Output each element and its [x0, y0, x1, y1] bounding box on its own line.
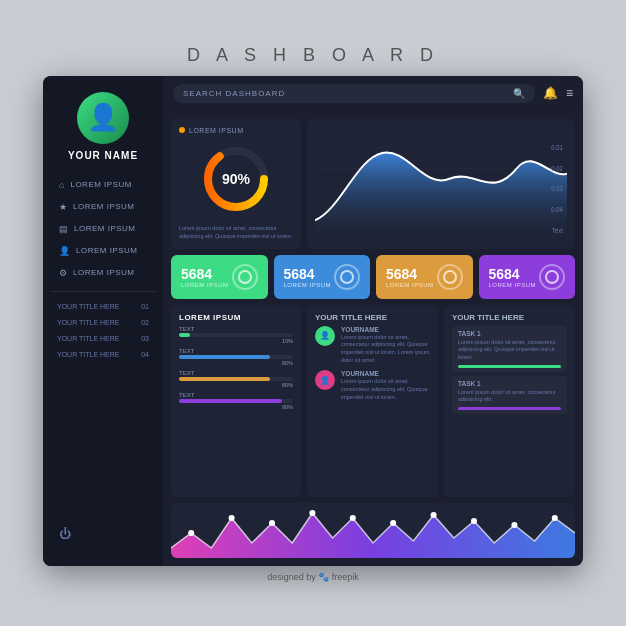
entry-icon-symbol-1: 👤 [320, 331, 330, 340]
area-chart-row [171, 503, 575, 558]
entry-icon-symbol-2: 👤 [320, 376, 330, 385]
entry-1: 👤 YOURNAME Lorem ipsum dolor sit amet, c… [315, 326, 430, 365]
sub-label-3: YOUR TITLE HERE [57, 335, 120, 342]
svg-text:0.01: 0.01 [551, 143, 563, 151]
avatar-section: 👤 YOUR NAME [43, 92, 163, 161]
svg-text:0.02: 0.02 [551, 163, 563, 171]
task-item-label-2: TASK 1 [458, 380, 561, 387]
sidebar-sub-item-3[interactable]: YOUR TITLE HERE 03 [51, 332, 155, 345]
sub-num-3: 03 [141, 335, 149, 342]
stat-label-2: LOREM IPSUM [284, 282, 332, 288]
page-title: D A S H B O A R D [187, 45, 439, 66]
sidebar-item-3[interactable]: ▤ LOREM IPSUM [51, 219, 155, 239]
sidebar-item-5[interactable]: ⚙ LOREM IPSUM [51, 263, 155, 283]
sub-label-2: YOUR TITLE HERE [57, 319, 120, 326]
top-row: LOREM IPSUM [171, 119, 575, 249]
stat-num-4: 5684 [489, 266, 537, 282]
bar-fill-3 [179, 377, 270, 381]
sidebar-divider [51, 291, 155, 292]
sidebar: 👤 YOUR NAME ⌂ LOREM IPSUM ★ LOREM IPSUM … [43, 76, 163, 566]
sidebar-sub-item-2[interactable]: YOUR TITLE HERE 02 [51, 316, 155, 329]
sidebar-label-4: LOREM IPSUM [76, 246, 138, 255]
entry-label-2: YOURNAME [341, 370, 430, 377]
bar-track-2 [179, 355, 293, 359]
entry-label-1: YOURNAME [341, 326, 430, 333]
stat-label-1: LOREM IPSUM [181, 282, 229, 288]
donut-percentage: 90% [222, 171, 250, 187]
bar-pct-1: 10% [179, 338, 293, 344]
bar-fill-4 [179, 399, 282, 403]
entry-text-1: Lorem ipsum dolor sit amet, consectetur … [341, 334, 430, 365]
main-content: SEARCH DASHBOARD 🔍 🔔 ≡ LOREM IPSUM [163, 76, 583, 566]
gear-icon: ⚙ [59, 268, 67, 278]
donut-center: 90% [179, 138, 293, 222]
dashboard-container: 👤 YOUR NAME ⌂ LOREM IPSUM ★ LOREM IPSUM … [43, 76, 583, 566]
stat-card-4[interactable]: 5684 LOREM IPSUM [479, 255, 576, 299]
svg-point-11 [188, 530, 194, 536]
entry-text-2: Lorem ipsum dolor sit amet, consectetur … [341, 378, 430, 401]
sub-label-4: YOUR TITLE HERE [57, 351, 120, 358]
sub-num-2: 02 [141, 319, 149, 326]
bar-label-4: TEXT [179, 392, 293, 398]
title-card-1: YOUR TITLE HERE 👤 YOURNAME Lorem ipsum d… [307, 305, 438, 497]
stat-num-1: 5684 [181, 266, 229, 282]
bar-row-1: TEXT 10% [179, 326, 293, 344]
stat-card-1[interactable]: 5684 LOREM IPSUM [171, 255, 268, 299]
task-item-text-1: Lorem ipsum dolor sit amet, consectetur … [458, 339, 561, 362]
svg-point-19 [511, 522, 517, 528]
task-card: YOUR TITLE HERE TASK 1 Lorem ipsum dolor… [444, 305, 575, 497]
sub-label-1: YOUR TITLE HERE [57, 303, 120, 310]
bar-track-1 [179, 333, 293, 337]
sidebar-sub-item-4[interactable]: YOUR TITLE HERE 04 [51, 348, 155, 361]
sidebar-bottom: ⏻ [43, 516, 163, 550]
sub-num-4: 04 [141, 351, 149, 358]
task-card-title: YOUR TITLE HERE [452, 313, 567, 322]
search-input-display: SEARCH DASHBOARD [183, 89, 507, 98]
svg-point-13 [269, 520, 275, 526]
sidebar-item-2[interactable]: ★ LOREM IPSUM [51, 197, 155, 217]
header: SEARCH DASHBOARD 🔍 🔔 ≡ [163, 76, 583, 111]
stat-label-3: LOREM IPSUM [386, 282, 434, 288]
content-area: LOREM IPSUM [163, 111, 583, 566]
stat-circle-inner-2 [340, 270, 354, 284]
menu-icon[interactable]: ≡ [566, 86, 573, 100]
donut-desc: Lorem ipsum dolor sit amet, consectetur … [179, 225, 293, 240]
bell-icon[interactable]: 🔔 [543, 86, 558, 100]
user-icon: 👤 [59, 246, 70, 256]
svg-point-14 [309, 510, 315, 516]
footer-text: designed by [267, 572, 316, 582]
bar-pct-2: 80% [179, 360, 293, 366]
stat-circle-3 [437, 264, 463, 290]
svg-point-20 [552, 515, 558, 521]
sidebar-sub-item-1[interactable]: YOUR TITLE HERE 01 [51, 300, 155, 313]
stat-num-2: 5684 [284, 266, 332, 282]
stat-info-2: 5684 LOREM IPSUM [284, 266, 332, 288]
svg-text:0.03: 0.03 [551, 184, 563, 192]
card-label-dot: LOREM IPSUM [179, 127, 293, 134]
stat-label-4: LOREM IPSUM [489, 282, 537, 288]
bar-row-2: TEXT 80% [179, 348, 293, 366]
sidebar-label-5: LOREM IPSUM [73, 268, 135, 277]
stat-circle-2 [334, 264, 360, 290]
stat-circle-inner-1 [238, 270, 252, 284]
task-item-1: TASK 1 Lorem ipsum dolor sit amet, conse… [452, 326, 567, 372]
stat-card-3[interactable]: 5684 LOREM IPSUM [376, 255, 473, 299]
stat-card-2[interactable]: 5684 LOREM IPSUM [274, 255, 371, 299]
bar-pct-4: 90% [179, 404, 293, 410]
star-icon: ★ [59, 202, 67, 212]
home-icon: ⌂ [59, 180, 64, 190]
entry-2: 👤 YOURNAME Lorem ipsum dolor sit amet, c… [315, 370, 430, 401]
sidebar-label-2: LOREM IPSUM [73, 202, 135, 211]
svg-text:Text: Text [552, 226, 563, 234]
search-bar[interactable]: SEARCH DASHBOARD 🔍 [173, 84, 535, 103]
sidebar-item-4[interactable]: 👤 LOREM IPSUM [51, 241, 155, 261]
freepik-logo: 🐾 [318, 572, 332, 582]
entry-icon-1: 👤 [315, 326, 335, 346]
header-icons: 🔔 ≡ [543, 86, 573, 100]
stat-circle-4 [539, 264, 565, 290]
svg-text:0.04: 0.04 [551, 205, 563, 213]
area-chart-svg: 0.01 0.02 0.03 0.04 Text [315, 127, 567, 241]
sidebar-item-1[interactable]: ⌂ LOREM IPSUM [51, 175, 155, 195]
power-icon[interactable]: ⏻ [59, 527, 71, 541]
stat-info-3: 5684 LOREM IPSUM [386, 266, 434, 288]
